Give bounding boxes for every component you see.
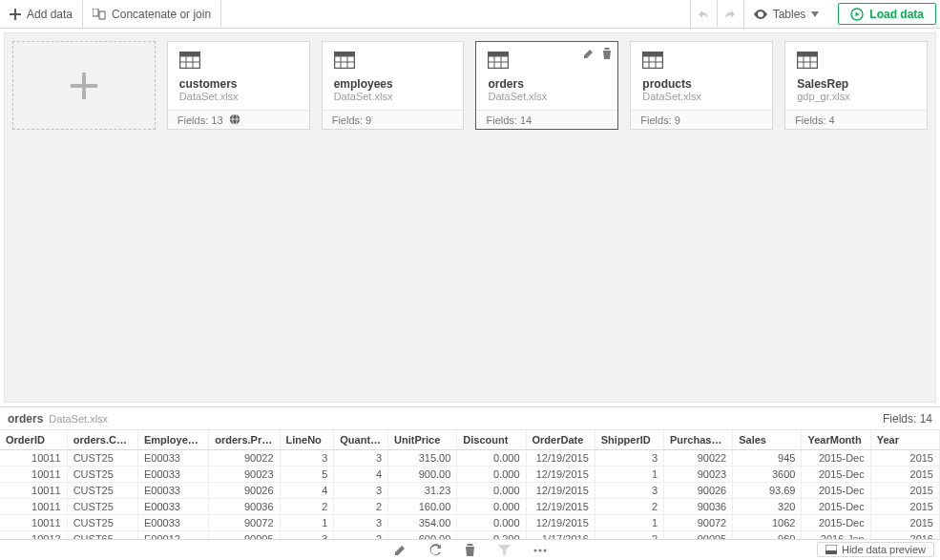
cell: CUST25 [67, 515, 137, 531]
table-row[interactable]: 10011CUST25E000339003622160.000.00012/19… [0, 499, 940, 515]
trash-icon[interactable] [602, 48, 612, 62]
cell: 3 [334, 483, 388, 499]
view-tables-dropdown[interactable]: Tables [743, 0, 835, 28]
col-header[interactable]: UnitPrice [388, 430, 457, 450]
svg-rect-12 [334, 52, 354, 57]
plus-icon [10, 9, 21, 20]
col-header[interactable]: ShipperID [595, 430, 663, 450]
col-header[interactable]: Discount [457, 430, 526, 450]
undo-button[interactable] [690, 0, 717, 28]
cell: 90026 [664, 483, 733, 499]
cell: 10011 [0, 483, 67, 499]
cell: CUST25 [67, 450, 137, 467]
svg-rect-27 [798, 52, 818, 57]
add-data-button[interactable]: Add data [0, 0, 83, 28]
eye-icon [754, 10, 767, 19]
col-header[interactable]: Quantity [334, 430, 388, 450]
pencil-icon[interactable] [583, 48, 595, 62]
col-header[interactable]: YearMonth [802, 430, 870, 450]
col-header[interactable]: EmployeeKey [137, 430, 208, 450]
cell: 12/19/2015 [526, 483, 595, 499]
cell: 0.000 [457, 483, 526, 499]
table-row[interactable]: 10011CUST25E000339002354900.000.00012/19… [0, 467, 940, 483]
table-card-customers[interactable]: customersDataSet.xlsxFields: 13 [167, 41, 310, 130]
top-toolbar: Add data Concatenate or join Tables Load… [0, 0, 940, 29]
cell: 93.69 [733, 483, 802, 499]
cell: 90023 [209, 467, 280, 483]
cell: 2015-Dec [802, 467, 870, 483]
col-header[interactable]: PurchasedP… [664, 430, 733, 450]
hide-preview-button[interactable]: Hide data preview [817, 542, 934, 557]
svg-rect-0 [93, 9, 98, 16]
cell: 160.00 [388, 499, 457, 515]
delete-action[interactable] [465, 544, 475, 556]
more-icon [533, 549, 547, 552]
cell: 12/19/2015 [526, 515, 595, 531]
cell: E00033 [137, 515, 208, 531]
col-header[interactable]: OrderDate [526, 430, 595, 450]
card-title: orders [488, 77, 606, 91]
cell: 600.00 [388, 531, 457, 540]
cell: 2015 [870, 483, 939, 499]
cell: 900.00 [388, 467, 457, 483]
card-title: SalesRep [797, 77, 915, 91]
cell: 2 [334, 531, 388, 540]
table-icon [334, 52, 452, 72]
cell: 2015 [870, 450, 939, 467]
table-row[interactable]: 10012CUST65E000129000532600.000.2001/17/… [0, 531, 940, 540]
table-card-orders[interactable]: ordersDataSet.xlsxFields: 14 [475, 41, 618, 130]
card-footer: Fields: 14 [476, 110, 617, 129]
cell: 5 [280, 467, 334, 483]
preview-title: orders [8, 412, 43, 425]
edit-action[interactable] [394, 544, 407, 556]
cell: 3600 [733, 467, 802, 483]
cell: 0.000 [457, 515, 526, 531]
cell: 90022 [209, 450, 280, 467]
cell: 945 [733, 450, 802, 467]
globe-icon [229, 114, 240, 127]
more-action[interactable] [533, 549, 547, 552]
card-title: products [642, 77, 761, 91]
cell: 3 [280, 450, 334, 467]
cell: 2015 [870, 467, 939, 483]
svg-rect-22 [643, 52, 663, 57]
cell: CUST65 [67, 531, 137, 540]
table-card-employees[interactable]: employeesDataSet.xlsxFields: 9 [322, 41, 465, 130]
cell: 3 [595, 450, 663, 467]
table-card-SalesRep[interactable]: SalesRepgdp_gr.xlsxFields: 4 [784, 41, 928, 130]
col-header[interactable]: orders.Prod… [209, 430, 280, 450]
cell: E00033 [137, 483, 208, 499]
col-header[interactable]: OrderID [0, 430, 67, 450]
cell: 90026 [209, 483, 280, 499]
cell: 90005 [209, 531, 280, 540]
cell: 90005 [664, 531, 733, 540]
col-header[interactable]: Year [870, 430, 939, 450]
cell: 2015 [870, 515, 939, 531]
table-card-products[interactable]: productsDataSet.xlsxFields: 9 [630, 41, 773, 130]
card-subtitle: gdp_gr.xlsx [797, 91, 915, 102]
redo-button[interactable] [717, 0, 743, 28]
cell: 4 [280, 483, 334, 499]
concat-button[interactable]: Concatenate or join [83, 0, 221, 28]
col-header[interactable]: LineNo [280, 430, 334, 450]
col-header[interactable]: Sales [733, 430, 802, 450]
table-icon [179, 52, 298, 72]
load-data-button[interactable]: Load data [838, 3, 936, 25]
add-card-placeholder[interactable] [12, 41, 156, 130]
svg-rect-4 [179, 52, 199, 57]
cell: 10011 [0, 499, 67, 515]
cell: 90036 [209, 499, 280, 515]
cell: E00033 [137, 499, 208, 515]
svg-rect-35 [825, 550, 837, 554]
preview-subtitle: DataSet.xlsx [49, 413, 108, 425]
table-row[interactable]: 10011CUST25E00033900264331.230.00012/19/… [0, 483, 940, 499]
table-row[interactable]: 10011CUST25E000339002233315.000.00012/19… [0, 450, 940, 467]
cell: 4 [334, 467, 388, 483]
load-data-label: Load data [869, 8, 924, 21]
table-row[interactable]: 10011CUST25E000339007213354.000.00012/19… [0, 515, 940, 531]
card-subtitle: DataSet.xlsx [488, 91, 606, 102]
refresh-icon [429, 544, 442, 556]
refresh-action[interactable] [429, 544, 442, 556]
col-header[interactable]: orders.Cust… [67, 430, 137, 450]
cell: 320 [733, 499, 802, 515]
